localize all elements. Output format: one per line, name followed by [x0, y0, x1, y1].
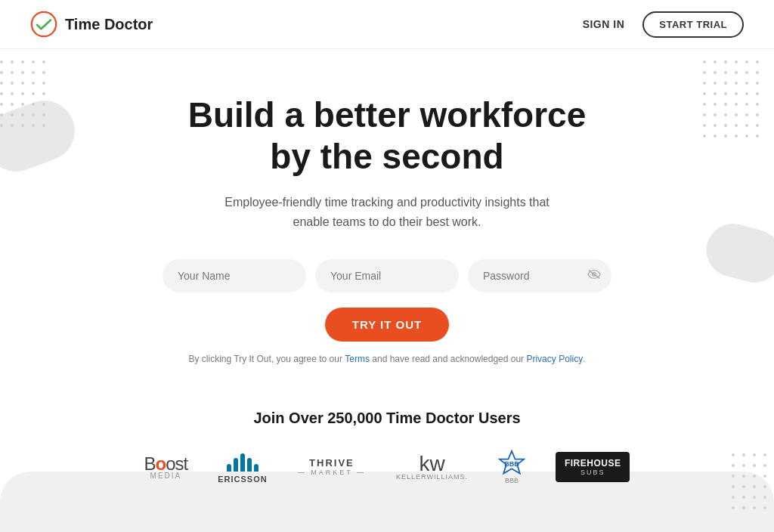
privacy-policy-link[interactable]: Privacy Policy — [526, 354, 583, 364]
hero-subtitle: Employee-friendly time tracking and prod… — [221, 193, 553, 231]
brand-ericsson: ERICSSON — [218, 450, 267, 484]
svg-text:BBB: BBB — [504, 459, 519, 467]
name-input[interactable] — [163, 259, 306, 292]
logo-text: Time Doctor — [65, 16, 153, 33]
logo-icon — [30, 11, 57, 38]
terms-link[interactable]: Terms — [345, 354, 370, 364]
logo[interactable]: Time Doctor — [30, 11, 153, 38]
ericsson-stripes-icon — [227, 450, 259, 472]
kw-logo-text: kw — [419, 453, 444, 475]
boost-logo-sub: MEDIA — [150, 472, 182, 480]
sign-in-button[interactable]: SIGN IN — [583, 18, 625, 30]
ericsson-stripe-1 — [227, 464, 231, 472]
email-input[interactable] — [315, 259, 459, 292]
brand-firehouse: FIREHOUSE SUBS — [556, 452, 630, 482]
start-trial-button[interactable]: START TRIAL — [642, 11, 744, 38]
thrive-logo-sub: — MARKET — — [298, 469, 366, 476]
password-field-wrapper — [468, 259, 611, 292]
ericsson-stripe-2 — [234, 458, 238, 472]
svg-point-0 — [32, 12, 56, 36]
ericsson-stripe-5 — [254, 464, 259, 472]
terms-text-middle: and have read and acknowledged our — [370, 354, 527, 364]
brand-kw: kw KELLERWILLIAMS. — [396, 453, 468, 481]
try-it-out-button[interactable]: TRY IT OUT — [325, 308, 450, 342]
terms-text-before: By clicking Try It Out, you agree to our — [189, 354, 345, 364]
firehouse-logo-text: FIREHOUSE — [565, 458, 621, 469]
ericsson-logo-text: ERICSSON — [218, 475, 267, 484]
kw-logo-sub: KELLERWILLIAMS. — [396, 473, 468, 481]
hero-title: Build a better workforce by the second — [188, 94, 587, 178]
ericsson-stripe-4 — [247, 458, 252, 472]
social-proof-title: Join Over 250,000 Time Doctor Users — [144, 410, 630, 427]
signup-form — [163, 259, 611, 292]
header: Time Doctor SIGN IN START TRIAL — [0, 0, 774, 49]
terms-text: By clicking Try It Out, you agree to our… — [189, 354, 586, 364]
firehouse-logo-sub: SUBS — [565, 469, 621, 476]
social-proof-section: Join Over 250,000 Time Doctor Users Boos… — [144, 402, 630, 484]
hero-title-line1: Build a better workforce — [188, 95, 587, 135]
bbb-logo-sub: BBB — [505, 477, 519, 484]
ericsson-stripe-3 — [240, 453, 245, 472]
terms-text-end: . — [583, 354, 585, 364]
firehouse-logo-box: FIREHOUSE SUBS — [556, 452, 630, 482]
thrive-logo-text: THRIVE — [309, 457, 354, 469]
header-actions: SIGN IN START TRIAL — [583, 11, 744, 38]
password-input[interactable] — [468, 259, 611, 292]
brand-bbb: BBB BBB — [498, 450, 525, 484]
hero-title-line2: by the second — [270, 137, 503, 176]
brand-logos-row: Boost MEDIA ERICSSON THRIVE — MARKET — — [144, 450, 630, 484]
brand-boost: Boost MEDIA — [144, 453, 188, 480]
brand-thrive: THRIVE — MARKET — — [298, 457, 366, 476]
main-content: Build a better workforce by the second E… — [0, 49, 774, 484]
bbb-icon: BBB — [498, 450, 525, 477]
